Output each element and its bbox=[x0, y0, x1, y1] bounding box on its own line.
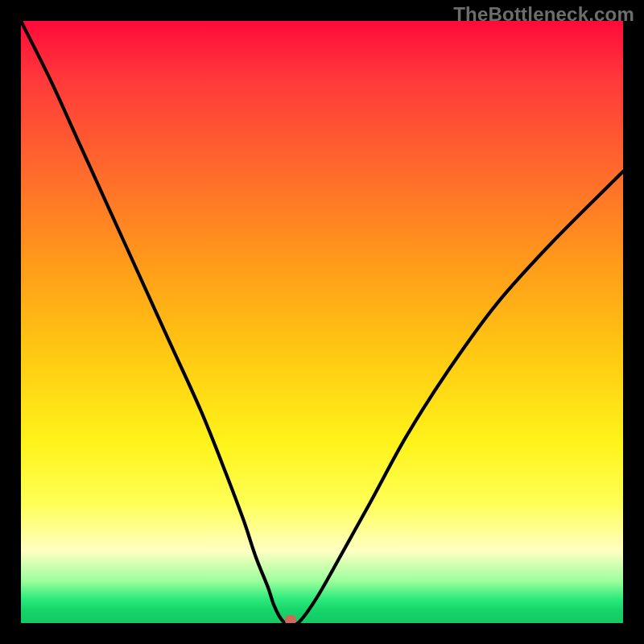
bottleneck-curve bbox=[21, 21, 623, 623]
plot-area bbox=[21, 21, 623, 623]
chart-frame: TheBottleneck.com bbox=[0, 0, 644, 644]
curve-layer bbox=[21, 21, 623, 623]
optimal-point-marker bbox=[285, 615, 296, 623]
